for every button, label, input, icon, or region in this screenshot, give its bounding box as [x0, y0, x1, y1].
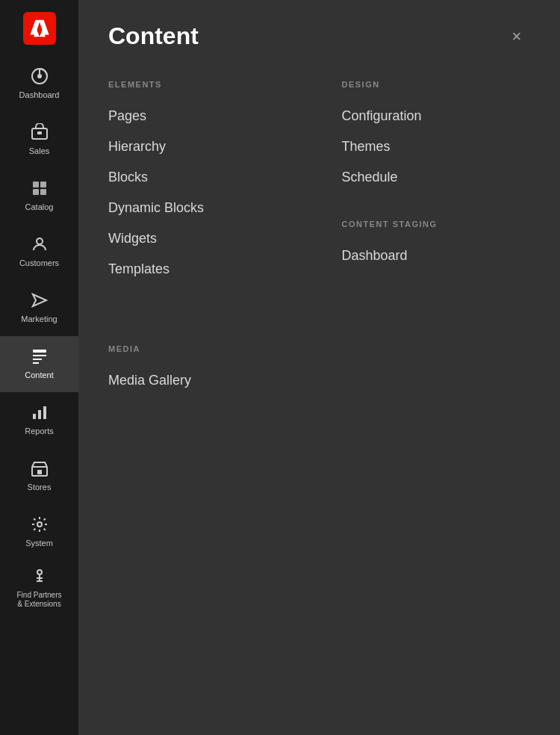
right-column: DESIGN Configuration Themes Schedule CON… — [342, 80, 531, 285]
sidebar-label-system: System — [25, 539, 53, 548]
catalog-icon — [31, 179, 49, 199]
svg-point-24 — [37, 570, 42, 574]
media-heading: MEDIA — [108, 344, 530, 353]
sidebar-item-dashboard[interactable]: Dashboard — [0, 56, 78, 112]
menu-item-staging-dashboard[interactable]: Dashboard — [342, 241, 531, 271]
marketing-icon — [31, 291, 49, 311]
menu-item-dynamic-blocks[interactable]: Dynamic Blocks — [108, 193, 297, 223]
content-staging-heading: CONTENT STAGING — [342, 220, 531, 229]
sales-icon — [31, 123, 49, 143]
adobe-logo-icon — [23, 12, 56, 45]
svg-marker-13 — [33, 294, 46, 306]
partners-icon — [31, 568, 49, 588]
menu-item-schedule[interactable]: Schedule — [342, 162, 531, 193]
menu-item-media-gallery[interactable]: Media Gallery — [108, 365, 530, 396]
sidebar: Dashboard Sales Catalog Customers Market… — [0, 0, 78, 735]
menu-item-pages[interactable]: Pages — [108, 101, 297, 131]
menu-item-configuration[interactable]: Configuration — [342, 101, 531, 131]
elements-section: ELEMENTS Pages Hierarchy Blocks Dynamic … — [108, 80, 297, 285]
panel-title: Content — [108, 22, 199, 50]
reports-icon — [31, 403, 49, 424]
design-heading: DESIGN — [342, 80, 531, 89]
elements-heading: ELEMENTS — [108, 80, 297, 89]
svg-rect-19 — [38, 410, 41, 419]
svg-rect-20 — [43, 406, 46, 419]
adobe-icon — [29, 18, 50, 39]
svg-rect-14 — [33, 350, 46, 353]
media-section: MEDIA Media Gallery — [78, 344, 560, 396]
svg-rect-9 — [40, 182, 46, 187]
menu-item-templates[interactable]: Templates — [108, 254, 297, 285]
svg-rect-8 — [33, 182, 39, 187]
svg-point-4 — [37, 74, 42, 78]
sidebar-label-content: Content — [25, 370, 54, 380]
svg-rect-18 — [33, 414, 36, 419]
sidebar-item-marketing[interactable]: Marketing — [0, 280, 78, 336]
panel-columns: ELEMENTS Pages Hierarchy Blocks Dynamic … — [78, 65, 560, 314]
sidebar-item-reports[interactable]: Reports — [0, 392, 78, 448]
customers-icon — [31, 235, 49, 255]
content-panel: Content × ELEMENTS Pages Hierarchy Block… — [78, 0, 560, 735]
sidebar-label-sales: Sales — [29, 146, 50, 156]
sidebar-item-sales[interactable]: Sales — [0, 112, 78, 168]
svg-rect-16 — [33, 359, 42, 360]
svg-point-23 — [37, 522, 42, 527]
content-icon — [31, 347, 49, 368]
design-section: DESIGN Configuration Themes Schedule — [342, 80, 531, 193]
sidebar-item-catalog[interactable]: Catalog — [0, 168, 78, 224]
sidebar-item-customers[interactable]: Customers — [0, 224, 78, 280]
close-button[interactable]: × — [503, 23, 530, 50]
sidebar-label-marketing: Marketing — [21, 314, 57, 324]
sidebar-label-customers: Customers — [19, 258, 59, 268]
left-column: ELEMENTS Pages Hierarchy Blocks Dynamic … — [108, 80, 297, 285]
menu-item-blocks[interactable]: Blocks — [108, 162, 297, 193]
svg-rect-10 — [33, 189, 39, 195]
system-icon — [31, 515, 49, 536]
sidebar-label-partners: Find Partners & Extensions — [16, 591, 61, 609]
svg-rect-15 — [33, 355, 46, 356]
panel-header: Content × — [78, 0, 560, 65]
sidebar-item-partners[interactable]: Find Partners & Extensions — [0, 560, 78, 616]
svg-marker-0 — [30, 19, 49, 34]
sidebar-item-stores[interactable]: Stores — [0, 448, 78, 504]
sidebar-label-reports: Reports — [25, 427, 54, 436]
content-staging-section: CONTENT STAGING Dashboard — [342, 220, 531, 271]
svg-point-12 — [37, 238, 43, 244]
svg-rect-11 — [40, 189, 46, 195]
svg-rect-17 — [33, 362, 39, 364]
dashboard-icon — [31, 67, 49, 87]
sidebar-item-system[interactable]: System — [0, 504, 78, 560]
stores-icon — [31, 459, 49, 480]
svg-rect-22 — [37, 470, 42, 474]
sidebar-label-dashboard: Dashboard — [19, 90, 60, 100]
svg-rect-7 — [37, 131, 42, 134]
menu-item-hierarchy[interactable]: Hierarchy — [108, 131, 297, 162]
menu-item-widgets[interactable]: Widgets — [108, 223, 297, 254]
menu-item-themes[interactable]: Themes — [342, 131, 531, 162]
sidebar-label-stores: Stores — [28, 483, 52, 492]
sidebar-item-content[interactable]: Content — [0, 336, 78, 392]
sidebar-label-catalog: Catalog — [25, 202, 54, 212]
sidebar-logo — [0, 0, 78, 56]
